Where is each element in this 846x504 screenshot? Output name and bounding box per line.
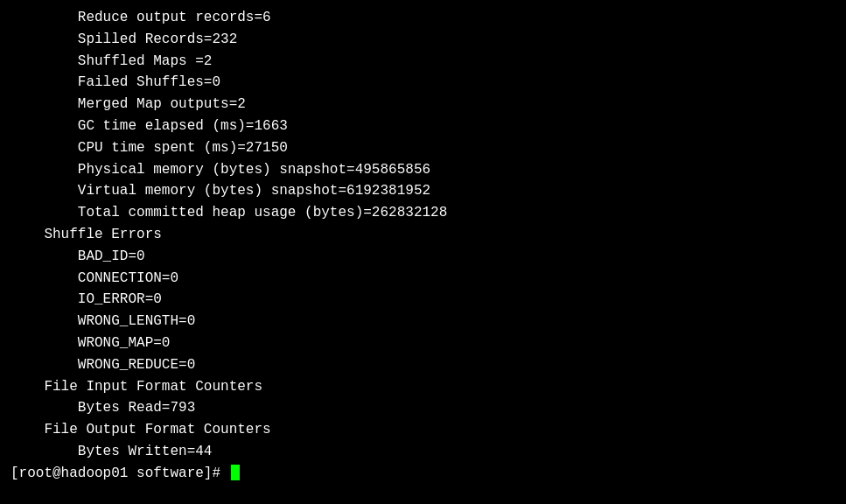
terminal-line: Failed Shuffles=0 [10, 72, 836, 94]
terminal-line: File Output Format Counters [10, 419, 836, 441]
terminal-line: Virtual memory (bytes) snapshot=61923819… [10, 180, 836, 202]
terminal-line: Total committed heap usage (bytes)=26283… [10, 202, 836, 224]
cursor [231, 465, 240, 480]
terminal-line: WRONG_LENGTH=0 [10, 311, 836, 332]
terminal-window[interactable]: Reduce output records=6 Spilled Records=… [0, 0, 846, 504]
terminal-line: Reduce output records=6 [10, 7, 836, 29]
terminal-line: GC time elapsed (ms)=1663 [10, 116, 836, 137]
terminal-line: IO_ERROR=0 [10, 289, 836, 311]
prompt-text: [root@hadoop01 software]# [10, 463, 229, 485]
terminal-line: BAD_ID=0 [10, 246, 836, 268]
terminal-line: CONNECTION=0 [10, 268, 836, 290]
terminal-line: WRONG_REDUCE=0 [10, 354, 836, 376]
prompt-line[interactable]: [root@hadoop01 software]# [10, 463, 836, 485]
terminal-line: Physical memory (bytes) snapshot=4958658… [10, 159, 836, 181]
terminal-line: Bytes Read=793 [10, 397, 836, 419]
terminal-line: CPU time spent (ms)=27150 [10, 137, 836, 159]
terminal-line: File Input Format Counters [10, 376, 836, 398]
terminal-line: Merged Map outputs=2 [10, 94, 836, 116]
terminal-line: WRONG_MAP=0 [10, 332, 836, 354]
terminal-line: Bytes Written=44 [10, 441, 836, 463]
terminal-line: Shuffle Errors [10, 224, 836, 246]
terminal-line: Spilled Records=232 [10, 29, 836, 51]
terminal-line: Shuffled Maps =2 [10, 51, 836, 73]
